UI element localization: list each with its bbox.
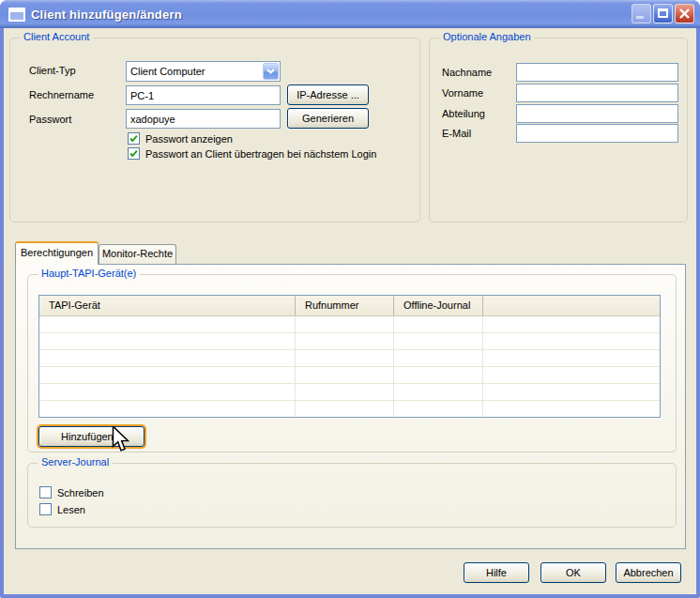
tapi-device-table[interactable]: TAPI-Gerät Rufnummer Offline-Journal [38, 295, 661, 418]
vorname-label: Vorname [442, 87, 483, 99]
chevron-down-icon[interactable] [263, 63, 279, 80]
window-title: Client hinzufügen/ändern [31, 8, 182, 22]
tab-monitor-rechte[interactable]: Monitor-Rechte [99, 244, 176, 265]
email-input[interactable] [516, 124, 678, 143]
tab-panel-berechtigungen: Haupt-TAPI-Gerät(e) TAPI-Gerät Rufnummer… [15, 264, 686, 549]
table-row [39, 367, 660, 384]
rechnername-label: Rechnername [29, 89, 94, 100]
ip-adresse-button[interactable]: IP-Adresse ... [287, 84, 369, 105]
dialog-body: Client Account Client-Typ Client Compute… [4, 28, 696, 594]
passwort-uebertragen-checkbox[interactable]: Passwort an Client übertragen bei nächst… [128, 147, 376, 160]
nachname-label: Nachname [442, 67, 492, 78]
hinzufuegen-button[interactable]: Hinzufügen... [38, 426, 145, 447]
optionale-angaben-legend: Optionale Angaben [439, 31, 535, 42]
maximize-button[interactable] [653, 4, 673, 23]
server-journal-group: Server-Journal Schreiben Lesen [27, 463, 677, 528]
client-typ-label: Client-Typ [29, 65, 76, 76]
passwort-anzeigen-checkbox[interactable]: Passwort anzeigen [128, 132, 233, 145]
haupt-tapi-group: Haupt-TAPI-Gerät(e) TAPI-Gerät Rufnummer… [27, 274, 677, 452]
email-label: E-Mail [442, 128, 471, 139]
tab-berechtigungen[interactable]: Berechtigungen [15, 241, 99, 265]
application-window-icon [8, 8, 25, 22]
optionale-angaben-group: Optionale Angaben Nachname Vorname Abtei… [429, 38, 688, 222]
client-account-group: Client Account Client-Typ Client Compute… [9, 38, 420, 222]
server-journal-legend: Server-Journal [38, 456, 113, 468]
maximize-icon [658, 8, 668, 18]
lesen-checkbox[interactable]: Lesen [39, 503, 85, 515]
client-typ-selected-value: Client Computer [127, 66, 262, 77]
checkbox-unchecked-icon [39, 486, 52, 498]
checkbox-label: Schreiben [57, 487, 104, 498]
close-icon [678, 8, 691, 20]
minimize-button[interactable] [632, 4, 651, 23]
client-account-legend: Client Account [20, 31, 93, 42]
checkbox-label: Passwort anzeigen [145, 133, 233, 145]
column-header-offline-journal[interactable]: Offline-Journal [394, 296, 483, 315]
table-row [39, 316, 660, 333]
checkbox-unchecked-icon [39, 503, 52, 515]
table-body[interactable] [39, 316, 660, 418]
checkbox-checked-icon [128, 147, 140, 160]
abteilung-input[interactable] [516, 104, 678, 123]
haupt-tapi-legend: Haupt-TAPI-Gerät(e) [38, 268, 140, 279]
nachname-input[interactable] [516, 63, 678, 82]
passwort-input[interactable] [126, 109, 281, 129]
schreiben-checkbox[interactable]: Schreiben [39, 486, 104, 498]
abteilung-label: Abteilung [442, 108, 485, 119]
checkbox-label: Passwort an Client übertragen bei nächst… [145, 148, 376, 160]
table-row [39, 401, 660, 418]
ok-button[interactable]: OK [540, 562, 606, 583]
table-row [39, 350, 660, 367]
client-typ-select[interactable]: Client Computer [126, 61, 281, 82]
rechnername-input[interactable] [126, 85, 281, 105]
checkbox-checked-icon [128, 132, 140, 145]
column-header-rufnummer[interactable]: Rufnummer [296, 296, 394, 315]
table-row [39, 333, 660, 350]
column-header-tapi-geraet[interactable]: TAPI-Gerät [39, 296, 296, 315]
hilfe-button[interactable]: Hilfe [464, 562, 529, 583]
abbrechen-button[interactable]: Abbrechen [616, 562, 681, 583]
minimize-icon [636, 16, 644, 19]
generieren-button[interactable]: Generieren [287, 108, 369, 129]
table-row [39, 384, 660, 401]
close-button[interactable] [675, 4, 694, 23]
dialog-window: Client hinzufügen/ändern Client Account … [0, 0, 700, 598]
column-header-empty [483, 296, 660, 315]
vorname-input[interactable] [516, 84, 678, 102]
passwort-label: Passwort [29, 114, 71, 125]
titlebar[interactable]: Client hinzufügen/ändern [0, 0, 700, 28]
table-header[interactable]: TAPI-Gerät Rufnummer Offline-Journal [39, 296, 660, 316]
checkbox-label: Lesen [57, 504, 85, 515]
